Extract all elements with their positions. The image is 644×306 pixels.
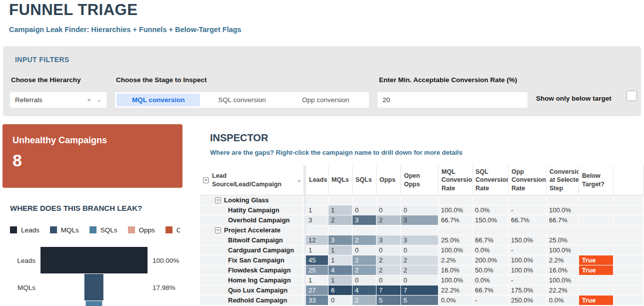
count-cell xyxy=(376,195,401,205)
count-cell: 1 xyxy=(328,275,352,285)
inspector-subtitle: Where are the gaps? Right-click the camp… xyxy=(210,149,462,156)
count-cell: 1 xyxy=(328,255,352,265)
campaign-name-label: Bitwolf Campaign xyxy=(228,235,283,245)
count-cell: 2 xyxy=(352,295,376,305)
column-header-lead-source[interactable]: −Lead Source/Lead/Campaign⌄ xyxy=(200,165,304,195)
funnel-bar[interactable] xyxy=(40,247,148,273)
count-cell: 33 xyxy=(306,295,328,305)
count-cell xyxy=(352,195,376,205)
stage-option-sql[interactable]: SQL conversion xyxy=(200,94,284,106)
legend-item[interactable]: Open Opps xyxy=(166,225,180,235)
funnel-legend: LeadsMQLsSQLsOppsOpen Opps xyxy=(10,225,180,235)
count-cell: 3 xyxy=(306,215,328,225)
campaign-row-name[interactable]: Home Ing Campaign xyxy=(200,275,304,285)
stage-option-mql[interactable]: MQL conversion xyxy=(116,94,200,106)
funnel-stage-value: 100.00% xyxy=(152,247,179,274)
count-cell xyxy=(306,225,328,235)
hierarchy-label: Choose the Hierarchy xyxy=(11,76,81,84)
column-header-opps: Opps xyxy=(376,165,401,195)
column-header-opp-conversion-rate: Opp Conversion Rate xyxy=(508,165,546,195)
rate-cell: 100.0% xyxy=(546,275,579,285)
below-target-checkbox[interactable] xyxy=(626,91,637,101)
count-cell: 0 xyxy=(401,245,438,255)
count-cell: 45 xyxy=(306,255,328,265)
count-cell: 2 xyxy=(376,215,401,225)
rate-cell: 66.7% xyxy=(472,235,508,245)
legend-label: Open Opps xyxy=(176,226,180,234)
rate-cell: 0.0% xyxy=(472,275,508,285)
rate-cell: 200.0% xyxy=(472,255,508,265)
funnel-bar-track xyxy=(40,247,148,274)
campaign-row-name[interactable]: Quo Lux Campaign xyxy=(200,285,304,295)
rate-cell: 50.0% xyxy=(472,265,508,275)
campaign-row-name[interactable]: Fix San Campaign xyxy=(200,255,304,265)
campaign-row-name[interactable]: Hatity Campaign xyxy=(200,205,304,215)
sort-caret-icon[interactable]: ⌄ xyxy=(296,176,302,184)
legend-label: MQLs xyxy=(61,226,79,234)
rate-cell xyxy=(438,225,472,235)
below-target-cell: True xyxy=(579,255,614,265)
legend-item[interactable]: Leads xyxy=(10,225,40,235)
hierarchy-selected-value: Referrals xyxy=(15,96,87,104)
campaign-row-name[interactable]: Overhold Campaign xyxy=(200,215,304,225)
stage-option-opp[interactable]: Opp conversion xyxy=(284,94,368,106)
rate-cell: 100.0% xyxy=(438,275,472,285)
count-cell: 3 xyxy=(376,235,401,245)
count-cell: 0 xyxy=(328,295,352,305)
filler-cell xyxy=(614,285,644,295)
legend-swatch-opps xyxy=(128,226,135,233)
funnel-stage-label: Leads xyxy=(2,247,38,274)
group-row-name[interactable]: −Project Accelerate xyxy=(200,225,304,235)
column-header-sql-conversion-rate: SQL Conversion Rate xyxy=(472,165,508,195)
legend-item[interactable]: MQLs xyxy=(50,225,79,235)
collapse-group-icon[interactable]: − xyxy=(215,197,221,203)
campaign-row-name[interactable]: Flowdesk Campaign xyxy=(200,265,304,275)
group-row-name[interactable]: −Looking Glass xyxy=(200,195,304,205)
campaign-row-name[interactable]: Redhold Campaign xyxy=(200,295,304,305)
below-target-cell xyxy=(579,225,614,235)
legend-item[interactable]: Opps xyxy=(128,225,155,235)
legend-item[interactable]: SQLs xyxy=(90,225,118,235)
rate-cell: 66.7% xyxy=(508,215,546,225)
rate-cell xyxy=(508,195,546,205)
count-cell: 25 xyxy=(306,265,328,275)
clear-icon[interactable]: × xyxy=(87,96,91,104)
campaign-row-name[interactable]: Bitwolf Campaign xyxy=(200,235,304,245)
stage-segmented-control: MQL conversion SQL conversion Opp conver… xyxy=(115,92,369,108)
chevron-down-icon[interactable]: ⌄ xyxy=(97,97,102,103)
count-cell: 1 xyxy=(328,205,352,215)
count-cell: 2 xyxy=(376,255,401,265)
legend-label: SQLs xyxy=(100,226,118,234)
collapse-group-icon[interactable]: − xyxy=(215,227,221,233)
funnel-bar[interactable] xyxy=(86,301,102,306)
count-cell: 1 xyxy=(306,245,328,255)
hierarchy-select[interactable]: Referrals × ⌄ xyxy=(10,92,106,108)
column-header-conversion-at-selected-step: Conversion at Selected Step xyxy=(546,165,579,195)
below-target-cell: True xyxy=(579,295,614,305)
below-target-toggle-label: Show only below target xyxy=(536,95,612,102)
min-rate-input[interactable] xyxy=(378,92,528,108)
funnel-chart: Leads100.00%MQLs17.98%SQLs xyxy=(2,247,200,306)
inspector-title: INSPECTOR xyxy=(210,132,268,144)
count-cell: 5 xyxy=(376,295,401,305)
filters-heading: INPUT FILTERS xyxy=(15,56,69,64)
campaign-row-name[interactable]: Cardguard Campaign xyxy=(200,245,304,255)
count-cell: 7 xyxy=(401,285,438,295)
page-subtitle: Campaign Leak Finder: Hierarchies + Funn… xyxy=(9,26,242,34)
rate-cell: - xyxy=(508,275,546,285)
rate-cell: 100.0% xyxy=(438,245,472,255)
count-cell: 0 xyxy=(376,275,401,285)
rate-cell: 250.0% xyxy=(508,295,546,305)
count-cell: 0 xyxy=(352,245,376,255)
funnel-bar[interactable] xyxy=(84,274,104,300)
campaign-name-label: Cardguard Campaign xyxy=(228,245,294,255)
rate-cell: 150.0% xyxy=(472,215,508,225)
collapse-all-icon[interactable]: − xyxy=(203,177,209,183)
column-header-mql-conversion-rate: MQL Conversion Rate xyxy=(438,165,472,195)
rate-cell: 25.0% xyxy=(438,235,472,245)
legend-label: Opps xyxy=(139,226,155,234)
rate-cell: 100.0% xyxy=(546,205,579,215)
rate-cell: 22.2% xyxy=(438,285,472,295)
rate-cell: - xyxy=(472,295,508,305)
rate-cell: 150.0% xyxy=(508,235,546,245)
